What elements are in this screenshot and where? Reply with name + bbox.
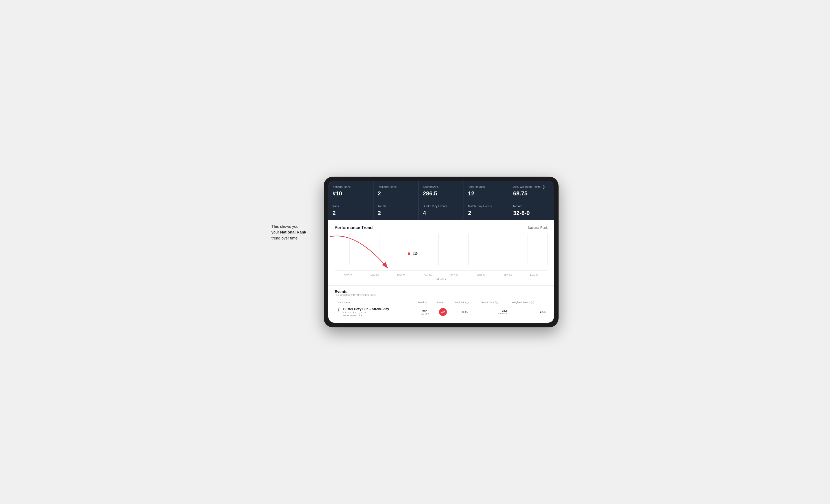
event-name: Buster Cozy Cup – Stroke Play: [343, 307, 389, 311]
month-feb24: FEB 24: [441, 274, 468, 276]
stat-national-rank: National Rank #10: [328, 181, 373, 201]
perf-label: National Rank: [528, 226, 548, 230]
event-rounds: 3 Rounds: [481, 312, 507, 315]
stat-stroke-play-value: 4: [423, 210, 459, 216]
chart-months: OCT 23 NOV 23 DEC 23 JAN 24 FEB 24 MAR 2…: [334, 272, 548, 277]
month-may24: MAY 24: [521, 274, 548, 276]
annotation-line2: your: [272, 230, 280, 234]
event-total-points: 28.3: [481, 309, 507, 312]
col-position: Position: [416, 300, 434, 305]
event-position: 6th: [418, 309, 432, 313]
tablet-screen: National Rank #10 Regional Rank 2 Scorin…: [328, 181, 554, 323]
event-position-cell: 6th out of 7: [416, 305, 434, 319]
stat-regional-rank-value: 2: [378, 190, 414, 197]
chart-x-title: Months: [334, 277, 548, 281]
annotation-line3: trend over time: [272, 236, 297, 240]
rank-impact-arrow: ▼: [361, 314, 363, 317]
stat-national-rank-label: National Rank: [332, 185, 369, 189]
event-icon: 🏌: [337, 307, 341, 311]
event-sg-info-icon: i: [466, 301, 469, 304]
col-weighted-points: Weighted Points i: [509, 300, 548, 305]
annotation-bold: National Rank: [280, 230, 306, 234]
event-sg-value: 0.45: [462, 310, 468, 313]
info-icon: i: [542, 186, 545, 189]
month-mar24: MAR 24: [468, 274, 494, 276]
perf-header: Performance Trend National Rank: [334, 225, 548, 230]
event-score-cell: -22: [434, 305, 451, 319]
event-sg-cell: 0.45: [451, 305, 479, 319]
event-weighted-points-cell: 28.3: [509, 305, 548, 319]
stats-row-1: National Rank #10 Regional Rank 2 Scorin…: [328, 181, 554, 201]
table-row: 🏌 Buster Cozy Cup – Stroke Play Oct 9 – …: [334, 305, 548, 319]
stat-wins: Wins 2: [328, 201, 373, 220]
events-section: Events Last updated: 24th November 2023 …: [328, 285, 554, 323]
month-dec23: DEC 23: [388, 274, 414, 276]
stat-stroke-play: Stroke Play Events 4: [419, 201, 464, 220]
performance-section: Performance Trend National Rank: [328, 220, 554, 285]
stat-avg-weighted-value: 68.75: [513, 190, 550, 197]
month-nov23: NOV 23: [361, 274, 388, 276]
stat-stroke-play-label: Stroke Play Events: [423, 204, 459, 208]
stat-top3s-label: Top 3s: [378, 204, 414, 208]
events-table: Event Name Position Score Event SG i: [334, 300, 548, 319]
rank-impact: Rank Impact: 3 ▼: [343, 314, 389, 317]
stat-wins-value: 2: [332, 210, 369, 216]
month-jan24: JAN 24: [414, 274, 441, 276]
stats-row-2: Wins 2 Top 3s 2 Stroke Play Events 4 Mat…: [328, 201, 554, 220]
table-header-row: Event Name Position Score Event SG i: [334, 300, 548, 305]
weighted-points-info-icon: i: [531, 301, 534, 304]
month-apr24: APR 24: [494, 274, 521, 276]
performance-chart: #10: [334, 234, 548, 271]
stat-match-play-label: Match Play Events: [468, 204, 505, 208]
stat-record: Record 32-8-0: [509, 201, 554, 220]
event-details: Buster Cozy Cup – Stroke Play Oct 9 – Oc…: [343, 307, 389, 317]
stat-record-value: 32-8-0: [513, 210, 550, 216]
stat-national-rank-value: #10: [332, 190, 369, 197]
stat-avg-weighted-label: Avg. Weighted Points i: [513, 185, 550, 189]
stat-scoring-avg: Scoring Avg. 286.5: [419, 181, 464, 201]
stat-regional-rank: Regional Rank 2: [374, 181, 418, 201]
event-total-points-cell: 28.3 3 Rounds: [479, 305, 509, 319]
events-title: Events: [334, 289, 548, 294]
stat-top3s-value: 2: [378, 210, 414, 216]
event-weighted-points: 28.3: [540, 310, 545, 313]
event-name-cell: 🏌 Buster Cozy Cup – Stroke Play Oct 9 – …: [334, 305, 416, 319]
stat-avg-weighted: Avg. Weighted Points i 68.75: [509, 181, 554, 201]
event-date: Oct 9 – Oct 10, 2023: [343, 311, 389, 314]
total-points-info-icon: i: [495, 301, 498, 304]
stat-wins-label: Wins: [332, 204, 369, 208]
event-score-badge: -22: [439, 308, 447, 316]
event-position-sub: out of 7: [418, 313, 432, 315]
svg-text:#10: #10: [413, 252, 418, 255]
col-event-sg: Event SG i: [451, 300, 479, 305]
month-oct23: OCT 23: [334, 274, 361, 276]
stat-record-label: Record: [513, 204, 550, 208]
stat-total-rounds-value: 12: [468, 190, 505, 197]
perf-title: Performance Trend: [334, 225, 373, 230]
col-score: Score: [434, 300, 451, 305]
stat-top3s: Top 3s 2: [374, 201, 418, 220]
chart-data-point: [408, 252, 410, 255]
stat-regional-rank-label: Regional Rank: [378, 185, 414, 189]
col-total-points: Total Points i: [479, 300, 509, 305]
stat-scoring-avg-value: 286.5: [423, 190, 459, 197]
tablet-device: National Rank #10 Regional Rank 2 Scorin…: [324, 177, 558, 327]
stat-match-play-value: 2: [468, 210, 505, 216]
stat-match-play: Match Play Events 2: [464, 201, 509, 220]
stat-total-rounds-label: Total Rounds: [468, 185, 505, 189]
col-event-name: Event Name: [334, 300, 416, 305]
annotation-line1: This shows you: [272, 224, 298, 229]
scene: This shows you your National Rank trend …: [272, 177, 558, 327]
stat-scoring-avg-label: Scoring Avg.: [423, 185, 459, 189]
chart-svg: #10: [334, 234, 548, 271]
stat-total-rounds: Total Rounds 12: [464, 181, 509, 201]
events-subtitle: Last updated: 24th November 2023: [334, 294, 548, 297]
annotation: This shows you your National Rank trend …: [272, 224, 306, 241]
